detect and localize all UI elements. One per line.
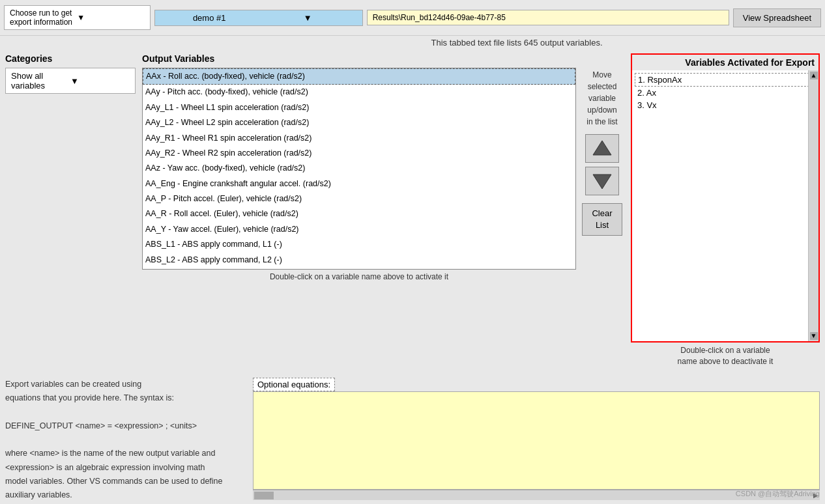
output-var-item[interactable]: AA_R - Roll accel. (Euler), vehicle (rad… (143, 206, 575, 221)
categories-arrow: ▼ (70, 76, 130, 86)
categories-title: Categories (5, 53, 136, 64)
equations-instructions: Export variables can be created using eq… (5, 378, 246, 500)
output-var-item[interactable]: AA_Eng - Engine crankshaft angular accel… (143, 176, 575, 191)
activated-title: Variables Activated for Export (631, 53, 820, 70)
output-var-item[interactable]: AA_P - Pitch accel. (Euler), vehicle (ra… (143, 191, 575, 206)
output-var-item[interactable]: AAy_L1 - Wheel L1 spin acceleration (rad… (143, 100, 575, 115)
watermark: CSDN @自动驾驶Adriving (736, 489, 820, 499)
activated-scrollbar-down[interactable]: ▼ (810, 332, 818, 340)
eq-line8: model variables. Other VS commands can b… (5, 477, 223, 486)
output-var-item[interactable]: AA_Y - Yaw accel. (Euler), vehicle (rad/… (143, 222, 575, 237)
scrollbar-thumb (254, 492, 274, 499)
run-selector-label: Choose run to get export information (10, 8, 77, 27)
activated-scrollbar-up[interactable]: ▲ (810, 72, 818, 79)
demo-label: demo #1 (160, 13, 259, 23)
demo-selector[interactable]: demo #1 ▼ (154, 10, 363, 26)
categories-selected: Show all variables (11, 71, 70, 91)
optional-eq-label: Optional equations: (253, 378, 335, 391)
eq-line4: DEFINE_OUTPUT <name> = <expression> ; <u… (5, 421, 197, 430)
eq-line2: equations that you provide here. The syn… (5, 393, 174, 402)
activated-var-item[interactable]: 1. RsponAx (635, 73, 816, 87)
output-var-item[interactable]: AAz - Yaw acc. (body-fixed), vehicle (ra… (143, 161, 575, 176)
clear-list-button[interactable]: ClearList (582, 203, 622, 236)
categories-dropdown[interactable]: Show all variables ▼ (5, 68, 136, 94)
right-controls: Moveselectedvariableup/downin the list C… (576, 53, 628, 370)
activated-list[interactable]: 1. RsponAx2. Ax3. Vx (632, 70, 818, 341)
svg-marker-1 (593, 175, 611, 189)
move-up-button[interactable] (585, 134, 619, 163)
output-var-item[interactable]: ABS_L2 - ABS apply command, L2 (-) (143, 253, 575, 268)
eq-line9: auxiliary variables. (5, 490, 72, 499)
app-window: Choose run to get export information ▼ d… (0, 0, 825, 504)
eq-line7: <expression> is an algebraic expression … (5, 463, 205, 472)
demo-arrow: ▼ (259, 13, 357, 23)
run-selector-arrow: ▼ (77, 13, 144, 22)
eq-line6: where <name> is the name of the new outp… (5, 449, 215, 458)
output-var-item[interactable]: AAx - Roll acc. (body-fixed), vehicle (r… (143, 68, 575, 85)
activated-var-item[interactable]: 3. Vx (635, 99, 816, 111)
output-var-item[interactable]: AAy - Pitch acc. (body-fixed), vehicle (… (143, 85, 575, 100)
view-spreadsheet-button[interactable]: View Spreadsheet (733, 8, 821, 27)
svg-marker-0 (593, 141, 611, 155)
center-column: Output Variables AAx - Roll acc. (body-f… (142, 53, 576, 370)
clear-list-label: ClearList (592, 208, 612, 230)
output-var-item[interactable]: AAy_R1 - Wheel R1 spin acceleration (rad… (143, 131, 575, 146)
subtitle-row: This tabbed text file lists 645 output v… (0, 36, 825, 49)
horizontal-scrollbar[interactable]: ▶ (253, 490, 820, 500)
output-vars-list[interactable]: AAx - Roll acc. (body-fixed), vehicle (r… (142, 68, 576, 270)
subtitle-text: This tabbed text file lists 645 output v… (431, 38, 602, 48)
left-column: Categories Show all variables ▼ (5, 53, 136, 370)
run-selector[interactable]: Choose run to get export information ▼ (4, 5, 151, 30)
deactivate-hint: Double-click on a variablename above to … (631, 343, 820, 370)
activated-panel: Variables Activated for Export 1. RsponA… (631, 53, 820, 370)
move-down-button[interactable] (585, 167, 619, 195)
equations-textarea[interactable] (253, 391, 820, 490)
double-click-hint: Double-click on a variable name above to… (142, 270, 576, 284)
bottom-row: Export variables can be created using eq… (0, 374, 825, 504)
output-var-item[interactable]: AAy_R2 - Wheel R2 spin acceleration (rad… (143, 146, 575, 161)
move-label: Moveselectedvariableup/downin the list (586, 69, 617, 128)
equations-right: Optional equations: ▶ (253, 378, 820, 500)
eq-line1: Export variables can be created using (5, 380, 141, 389)
output-var-item[interactable]: AAy_L2 - Wheel L2 spin acceleration (rad… (143, 115, 575, 130)
main-row: Categories Show all variables ▼ Output V… (0, 49, 825, 374)
top-bar: Choose run to get export information ▼ d… (0, 0, 825, 36)
output-var-item[interactable]: ABS_L1 - ABS apply command, L1 (-) (143, 237, 575, 252)
activated-var-item[interactable]: 2. Ax (635, 87, 816, 99)
output-vars-title: Output Variables (142, 53, 576, 64)
path-box: Results\Run_bd124d46-09ae-4b77-85 (367, 10, 729, 25)
